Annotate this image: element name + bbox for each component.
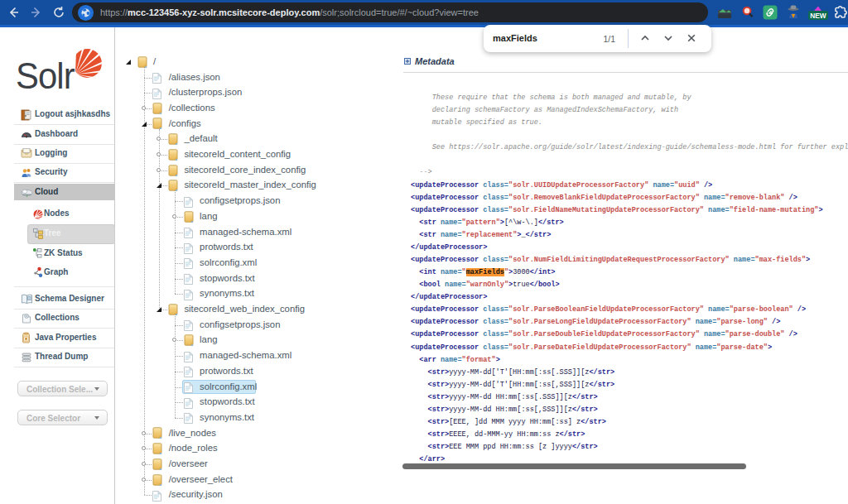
svg-text:NEW: NEW — [810, 12, 826, 20]
